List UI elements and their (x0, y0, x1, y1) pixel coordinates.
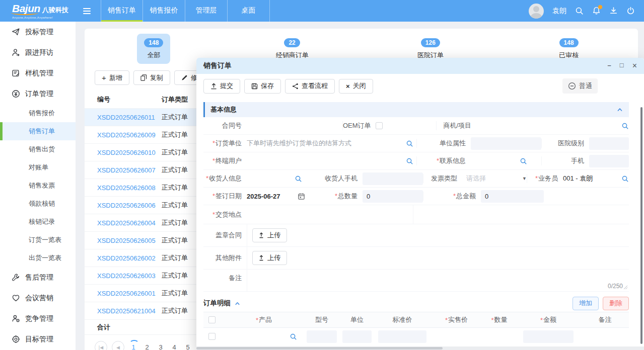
copy-button[interactable]: 复制 (133, 70, 170, 85)
opportunity-input[interactable] (476, 122, 629, 130)
search-icon[interactable] (406, 140, 413, 147)
search-icon[interactable] (406, 157, 413, 165)
sidebar-item-1[interactable]: 跟进拜访 (0, 42, 76, 63)
order-no-link[interactable]: XSDD20250626011 (97, 114, 162, 121)
priority-chip[interactable]: 普通 (562, 78, 598, 94)
detail-delete-button[interactable]: 删除 (603, 297, 629, 310)
order-unit-input[interactable]: 下单时请先维护订货单位的结算方式 (247, 139, 416, 148)
nav-tab-2[interactable]: 管理层 (185, 0, 228, 22)
order-no-link[interactable]: XSDD20250626003 (97, 272, 162, 280)
sidebar-item-3[interactable]: 订单管理 (0, 83, 76, 104)
search-icon[interactable] (290, 333, 297, 340)
page-2[interactable]: 2 (142, 343, 152, 350)
save-button[interactable]: 保存 (244, 79, 281, 94)
order-no-link[interactable]: XSDD20250626005 (97, 237, 162, 244)
order-no-link[interactable]: XSDD20250626009 (97, 131, 162, 139)
order-no-link[interactable]: XSDD20250626007 (97, 166, 162, 174)
nav-tab-0[interactable]: 销售订单 (101, 0, 143, 22)
remark-textarea[interactable] (247, 270, 629, 291)
invoice-type-select[interactable]: 请选择 ▼ (462, 174, 527, 183)
salesman-input[interactable]: 001 - 袁朗 (563, 174, 629, 183)
order-no-link[interactable]: XSDD20250626008 (97, 184, 162, 192)
sidebar-subitem-2[interactable]: 销售出货 (0, 140, 76, 158)
sidebar-subitem-4[interactable]: 销售发票 (0, 177, 76, 195)
page-5[interactable]: 5 (183, 343, 192, 350)
sidebar-subitem-0[interactable]: 销售报价 (0, 104, 76, 122)
modal-body: 基本信息 合同号 OEM订单 商机/项目 *订货单位 下单时请先维护订货单位的结… (196, 98, 644, 345)
search-icon[interactable] (621, 122, 629, 130)
contact-input[interactable] (471, 157, 541, 165)
submit-button[interactable]: 提交 (203, 79, 240, 94)
modal-toolbar: 提交 保存 查看流程 × 关闭 普通 (196, 74, 644, 98)
consignee-input[interactable] (247, 175, 307, 183)
modal-vertical-scrollbar[interactable] (640, 107, 642, 344)
attachment-upload-button[interactable]: 上传 (252, 251, 287, 265)
download-icon[interactable] (609, 7, 618, 15)
sidebar-subitem-5[interactable]: 领款核销 (0, 195, 76, 213)
sidebar-subitem-6[interactable]: 核销记录 (0, 213, 76, 231)
save-icon (251, 83, 258, 90)
calendar-icon[interactable] (298, 193, 305, 200)
sidebar-subitem-3[interactable]: 对账单 (0, 158, 76, 177)
order-type: 正式订单 (162, 165, 188, 174)
heart-icon (12, 294, 20, 302)
power-icon[interactable] (626, 7, 635, 15)
detail-add-button[interactable]: 增加 (573, 297, 599, 310)
product-input[interactable] (224, 333, 304, 340)
select-all-checkbox[interactable] (208, 316, 216, 323)
sidebar-subitem-8[interactable]: 出货一览表 (0, 249, 76, 267)
avatar[interactable] (529, 4, 544, 19)
minimize-icon[interactable]: – (608, 62, 611, 70)
collapse-chevron-icon[interactable] (234, 300, 241, 307)
contract-label: 合同号 (203, 121, 247, 130)
row-checkbox[interactable] (208, 333, 216, 340)
sidebar-item-6[interactable]: 竞争管理 (0, 308, 76, 329)
sidebar-item-2[interactable]: 样机管理 (0, 63, 76, 83)
collapse-chevron-icon[interactable] (616, 106, 623, 113)
detail-table-header: *产品 型号 单位 标准价 *实售价 *数量 *金额 备注 (203, 312, 629, 328)
stamped-contract-upload-button[interactable]: 上传 (252, 228, 287, 242)
order-no-link[interactable]: XSDD20250621004 (97, 307, 162, 315)
order-no-link[interactable]: XSDD20250626002 (97, 254, 162, 262)
unit-input (342, 330, 372, 343)
view-flow-button[interactable]: 查看流程 (285, 79, 335, 94)
nav-tab-3[interactable]: 桌面 (228, 0, 270, 22)
search-icon[interactable] (295, 175, 302, 183)
close-button[interactable]: × 关闭 (339, 79, 373, 94)
page-3[interactable]: 3 (156, 343, 165, 350)
modal-titlebar: 销售订单 – □ × (196, 58, 644, 74)
bell-icon[interactable] (592, 7, 601, 15)
oem-checkbox[interactable] (376, 122, 383, 129)
search-icon[interactable] (575, 7, 584, 15)
nav-tab-1[interactable]: 销售报价 (143, 0, 185, 22)
add-button[interactable]: + 新增 (95, 70, 129, 85)
sidebar-item-7[interactable]: 目标管理 (0, 329, 76, 349)
prev-page-button[interactable]: ◀ (112, 341, 124, 350)
first-page-button[interactable]: |◀ (95, 341, 107, 350)
sidebar-subitem-1[interactable]: 销售订单 (0, 122, 76, 140)
order-type: 正式订单 (162, 271, 188, 280)
sidebar-subitem-7[interactable]: 订货一览表 (0, 231, 76, 249)
total-amount-input: 0 (481, 190, 544, 203)
order-no-link[interactable]: XSDD20250626001 (97, 290, 162, 297)
sidebar-item-0[interactable]: 投标管理 (0, 22, 76, 42)
sidebar-item-label: 投标管理 (25, 28, 53, 37)
maximize-icon[interactable]: □ (620, 62, 624, 70)
order-no-link[interactable]: XSDD20250626010 (97, 149, 162, 156)
user-name[interactable]: 袁朗 (552, 7, 566, 16)
close-icon[interactable]: × (632, 62, 637, 70)
sidebar-item-4[interactable]: 售后管理 (0, 267, 76, 288)
search-icon[interactable] (621, 175, 629, 183)
delivery-input-2[interactable] (413, 205, 629, 224)
page-1[interactable]: 1 (129, 343, 138, 350)
sidebar-item-5[interactable]: 会议营销 (0, 288, 76, 308)
page-4[interactable]: 4 (170, 343, 179, 350)
end-user-input[interactable] (247, 157, 416, 165)
modal-horizontal-scrollbar[interactable] (196, 346, 644, 350)
sign-date-input[interactable]: 2025-06-27 (247, 193, 307, 200)
order-no-link[interactable]: XSDD20250626004 (97, 219, 162, 227)
search-icon[interactable] (520, 157, 527, 165)
basic-info-section-header[interactable]: 基本信息 (203, 102, 629, 117)
menu-toggle-icon[interactable] (77, 8, 97, 14)
order-no-link[interactable]: XSDD20250626006 (97, 202, 162, 209)
